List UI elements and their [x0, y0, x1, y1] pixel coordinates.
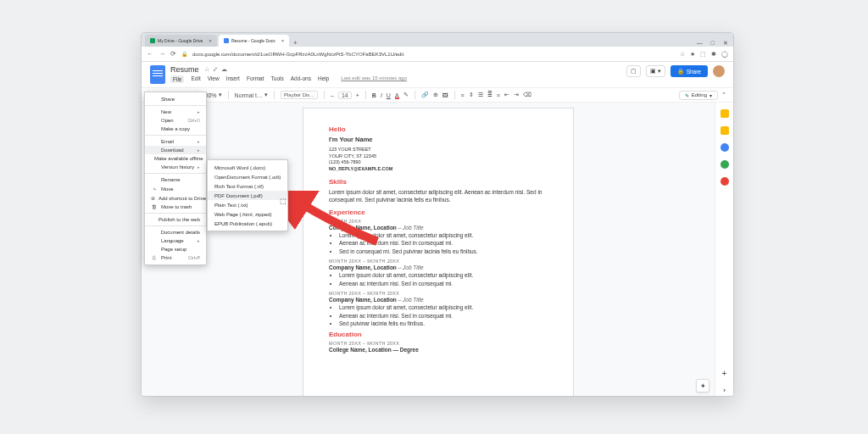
close-button[interactable]: ✕	[723, 40, 728, 47]
menu-tools[interactable]: Tools	[271, 75, 284, 83]
menu-item-label: Add shortcut to Drive	[159, 196, 206, 201]
menu-item-publish-to-the-web[interactable]: Publish to the web	[145, 215, 206, 224]
document-page[interactable]: Hello I'm Your Name 123 YOUR STREET YOUR…	[303, 108, 574, 397]
font-select[interactable]: Playfair Dis…	[281, 91, 318, 99]
submenu-item-plain-text-txt-[interactable]: Plain Text (.txt)	[208, 200, 287, 209]
bookmark-icon[interactable]: ★	[690, 51, 695, 58]
menu-help[interactable]: Help	[318, 75, 329, 83]
back-button[interactable]: ←	[147, 50, 153, 58]
star-icon[interactable]: ☆	[204, 66, 209, 73]
minimize-button[interactable]: —	[697, 40, 703, 47]
link-button[interactable]: 🔗	[421, 92, 429, 98]
menu-addons[interactable]: Add-ons	[291, 75, 311, 83]
image-button[interactable]: 🖼	[442, 92, 448, 98]
explore-button[interactable]: ✦	[696, 379, 709, 392]
bold-button[interactable]: B	[372, 92, 376, 98]
menu-item-rename[interactable]: Rename	[145, 175, 206, 184]
job-bullet: Aenean ac interdum nisi. Sed in consequa…	[339, 313, 548, 320]
heading-name: I'm Your Name	[329, 136, 548, 143]
cloud-status-icon[interactable]: ☁	[221, 66, 227, 73]
menu-edit[interactable]: Edit	[191, 75, 200, 83]
contacts-icon[interactable]	[721, 160, 729, 169]
menu-item-move-to-trash[interactable]: 🗑Move to trash	[145, 203, 206, 211]
job-bullets: Lorem ipsum dolor sit amet, consectetur …	[329, 272, 548, 287]
submenu-item-microsoft-word-docx-[interactable]: Microsoft Word (.docx)	[208, 163, 287, 172]
calendar-icon[interactable]	[721, 109, 729, 118]
menu-item-email[interactable]: Email▸	[145, 137, 206, 146]
align-button[interactable]: ≡	[461, 92, 465, 98]
account-avatar[interactable]	[713, 65, 725, 77]
extension-icon[interactable]: ⬚	[700, 51, 706, 58]
forward-button[interactable]: →	[159, 50, 165, 58]
share-icon[interactable]: ☆	[680, 51, 685, 58]
reload-button[interactable]: ⟳	[170, 50, 176, 58]
add-addon-button[interactable]: +	[722, 369, 727, 378]
hide-panel-button[interactable]: ›	[723, 387, 726, 394]
text-color-button[interactable]: A	[395, 92, 399, 98]
tasks-icon[interactable]	[721, 143, 729, 152]
checklist-button[interactable]: ☰	[478, 92, 483, 98]
extension-icon[interactable]: ✱	[711, 51, 716, 58]
present-button[interactable]: ▣ ▾	[646, 65, 665, 77]
share-button[interactable]: 🔒 Share	[670, 65, 708, 77]
menu-insert[interactable]: Insert	[226, 75, 240, 83]
menu-item-language[interactable]: Language▸	[145, 236, 206, 245]
address-block: 123 YOUR STREET YOUR CITY, ST 12345 (123…	[329, 147, 548, 173]
collapse-toolbar-button[interactable]: ⌃	[721, 92, 726, 98]
maps-icon[interactable]	[721, 177, 729, 186]
comment-button[interactable]: ⊕	[433, 92, 438, 98]
move-icon[interactable]: ⤢	[213, 66, 218, 73]
menu-item-version-history[interactable]: Version history▸	[145, 163, 206, 171]
menu-item-move[interactable]: ⤷Move	[145, 184, 206, 193]
menu-item-add-shortcut-to-drive[interactable]: ⊕Add shortcut to Drive	[145, 193, 206, 203]
menu-item-page-setup[interactable]: Page setup	[145, 245, 206, 253]
menu-item-open[interactable]: OpenCtrl+O	[145, 116, 206, 125]
font-size-input[interactable]: 14	[338, 92, 352, 99]
menu-item-make-a-copy[interactable]: Make a copy	[145, 125, 206, 133]
last-edit-link[interactable]: Last edit was 15 minutes ago	[341, 75, 407, 83]
font-size-inc[interactable]: +	[356, 92, 359, 98]
new-tab-button[interactable]: +	[291, 38, 299, 47]
number-list-button[interactable]: ≡	[497, 92, 500, 98]
browser-tab-docs[interactable]: Resume - Google Docs ×	[219, 35, 289, 47]
highlight-button[interactable]: ✎	[403, 92, 409, 98]
italic-button[interactable]: I	[381, 92, 382, 98]
meet-button[interactable]: ▢	[626, 65, 641, 77]
menu-item-new[interactable]: New▸	[145, 108, 206, 116]
menu-item-download[interactable]: Download▸	[145, 146, 206, 154]
menu-item-print[interactable]: ⎙PrintCtrl+P	[145, 253, 206, 262]
menu-file[interactable]: File	[170, 75, 184, 83]
menu-format[interactable]: Format	[247, 75, 264, 83]
line-spacing-button[interactable]: ⇕	[469, 92, 474, 98]
job-company: Company Name, Location – Job Title	[329, 297, 548, 303]
style-select[interactable]: Normal t… ▾	[235, 92, 268, 98]
menu-view[interactable]: View	[208, 75, 220, 83]
docs-logo-icon[interactable]	[150, 65, 165, 84]
menu-item-document-details[interactable]: Document details	[145, 228, 206, 236]
submenu-item-opendocument-format-odt-[interactable]: OpenDocument Format (.odt)	[208, 172, 287, 181]
font-size-dec[interactable]: –	[331, 92, 334, 98]
tab-close-icon[interactable]: ×	[281, 38, 285, 43]
profile-icon[interactable]: ◯	[721, 51, 728, 58]
menu-item-label: Share	[161, 97, 175, 102]
bullet-list-button[interactable]: ≣	[487, 92, 492, 98]
tab-close-icon[interactable]: ×	[209, 38, 212, 43]
keep-icon[interactable]	[721, 126, 729, 135]
underline-button[interactable]: U	[387, 92, 391, 98]
indent-dec-button[interactable]: ⇤	[504, 92, 509, 98]
browser-tab-drive[interactable]: My Drive - Google Drive ×	[145, 35, 217, 47]
document-title[interactable]: Resume	[170, 65, 199, 74]
menu-item-make-available-offline[interactable]: Make available offline	[145, 154, 206, 163]
menu-item-icon: ⎙	[151, 255, 158, 260]
menu-item-share[interactable]: Share	[145, 95, 206, 103]
submenu-item-pdf-document-pdf-[interactable]: PDF Document (.pdf)	[208, 191, 287, 200]
maximize-button[interactable]: □	[711, 40, 715, 47]
indent-inc-button[interactable]: ⇥	[514, 92, 519, 98]
submenu-item-web-page-html-zipped-[interactable]: Web Page (.html, zipped)	[208, 209, 287, 219]
mode-select[interactable]: ✎Editing ▾	[679, 91, 718, 100]
menu-item-label: Document details	[161, 230, 200, 235]
clear-format-button[interactable]: ⌫	[523, 92, 531, 98]
submenu-item-rich-text-format-rtf-[interactable]: Rich Text Format (.rtf)	[208, 181, 287, 191]
submenu-item-epub-publication-epub-[interactable]: EPUB Publication (.epub)	[208, 219, 287, 228]
url-field[interactable]: docs.google.com/document/d/1usORWH-GcpFR…	[192, 52, 675, 57]
